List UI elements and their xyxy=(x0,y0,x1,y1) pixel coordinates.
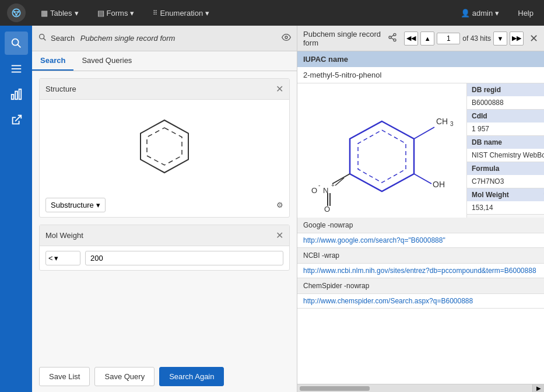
save-list-button[interactable]: Save List xyxy=(39,367,90,386)
forms-menu[interactable]: ▤ Forms ▾ xyxy=(94,6,138,20)
structure-controls: Substructure ▾ ⚙ xyxy=(40,193,289,217)
svg-point-23 xyxy=(394,39,396,41)
substructure-dropdown[interactable]: Substructure ▾ xyxy=(45,198,106,212)
sidebar-icons xyxy=(0,26,32,392)
scrollbar-right-btn[interactable]: ▶ xyxy=(532,384,544,392)
nav-first-button[interactable]: ◀◀ xyxy=(404,32,418,46)
structure-drawing[interactable] xyxy=(40,100,289,193)
nav-last-button[interactable]: ▶▶ xyxy=(510,32,524,46)
svg-point-22 xyxy=(389,36,391,38)
structure-card: Structure ✕ Substructure xyxy=(39,78,290,218)
svg-line-25 xyxy=(391,35,394,37)
svg-marker-27 xyxy=(358,130,406,183)
svg-text:-: - xyxy=(318,182,320,188)
save-query-button[interactable]: Save Query xyxy=(94,367,155,386)
sidebar-chart-btn[interactable] xyxy=(5,83,28,106)
svg-text:O: O xyxy=(324,205,330,212)
help-menu[interactable]: Help xyxy=(514,6,537,20)
prop-row-cdid: CdId 1 957 xyxy=(467,110,544,136)
svg-marker-26 xyxy=(350,121,414,191)
svg-marker-20 xyxy=(147,128,182,165)
google-link-section: Google -nowrap http://www.google.com/sea… xyxy=(297,218,544,248)
prop-value-cdid: 1 957 xyxy=(467,123,544,135)
iupac-value: 2-methyl-5-nitro-phenol xyxy=(297,67,544,83)
share-icon[interactable] xyxy=(388,33,397,44)
iupac-value-text: 2-methyl-5-nitro-phenol xyxy=(303,71,381,79)
google-link-url[interactable]: http://www.google.com/search?q="B6000888… xyxy=(297,233,544,247)
structure-gear-icon[interactable]: ⚙ xyxy=(276,201,283,209)
svg-point-21 xyxy=(394,33,396,36)
mol-weight-row: < ▾ xyxy=(40,246,289,270)
sidebar-list-btn[interactable] xyxy=(5,57,28,80)
enumeration-label: Enumeration xyxy=(160,9,203,18)
structure-card-title: Structure xyxy=(45,85,76,93)
structure-card-close[interactable]: ✕ xyxy=(276,83,283,94)
page-number-input[interactable] xyxy=(437,33,460,44)
eye-icon[interactable] xyxy=(282,33,291,44)
chemspider-link-url[interactable]: http://www.chemspider.com/Search.aspx?q=… xyxy=(297,294,544,308)
prop-label-dbname: DB name xyxy=(467,136,544,149)
prop-row-dbregid: DB regid B6000888 xyxy=(467,83,544,110)
nav-next-button[interactable]: ▼ xyxy=(493,32,507,46)
top-nav: ▦ Tables ▾ ▤ Forms ▾ ⠿ Enumeration ▾ 👤 a… xyxy=(0,0,544,26)
svg-line-24 xyxy=(391,38,394,40)
google-link-header: Google -nowrap xyxy=(297,218,544,233)
tab-search[interactable]: Search xyxy=(32,51,73,71)
mol-weight-card-close[interactable]: ✕ xyxy=(276,230,283,241)
mol-weight-input[interactable] xyxy=(85,251,283,265)
prop-row-molweight: Mol Weight 🔍 153,14 xyxy=(467,188,544,215)
svg-line-31 xyxy=(414,174,431,184)
ncbi-link-section: NCBI -wrap http://www.ncbi.nlm.nih.gov/s… xyxy=(297,248,544,278)
chemspider-link-header: ChemSpider -nowrap xyxy=(297,278,544,294)
svg-rect-12 xyxy=(11,94,13,99)
search-panel-header: Search Pubchem single record form xyxy=(32,26,297,51)
enumeration-menu[interactable]: ⠿ Enumeration ▾ xyxy=(149,6,213,20)
record-header: Pubchem single record form ◀◀ ▲ of 43 hi… xyxy=(297,26,544,51)
svg-point-16 xyxy=(40,34,44,39)
record-title: Pubchem single record form xyxy=(303,30,384,47)
search-again-button[interactable]: Search Again xyxy=(159,367,224,386)
operator-arrow-icon: ▾ xyxy=(54,254,58,262)
tables-icon: ▦ xyxy=(41,9,48,18)
admin-menu[interactable]: 👤 admin ▾ xyxy=(457,6,503,20)
mol-weight-operator[interactable]: < ▾ xyxy=(45,251,80,265)
chemspider-link-section: ChemSpider -nowrap http://www.chemspider… xyxy=(297,278,544,309)
mol-weight-card: Mol Weight ✕ < ▾ xyxy=(39,225,290,271)
app-logo xyxy=(7,4,26,22)
nav-prev-button[interactable]: ▲ xyxy=(420,32,434,46)
record-nav-buttons: ◀◀ ▲ of 43 hits ▼ ▶▶ xyxy=(404,32,524,46)
mol-weight-card-title: Mol Weight xyxy=(45,231,83,240)
prop-value-formula: C7H7NO3 xyxy=(467,175,544,188)
record-panel: Pubchem single record form ◀◀ ▲ of 43 hi… xyxy=(297,26,544,392)
ncbi-link-header: NCBI -wrap xyxy=(297,248,544,264)
admin-arrow-icon: ▾ xyxy=(495,9,499,18)
svg-line-8 xyxy=(17,44,20,47)
search-tabs: Search Saved Queries xyxy=(32,51,297,71)
iupac-header: IUPAC name xyxy=(297,51,544,67)
record-close-button[interactable]: ✕ xyxy=(529,32,538,45)
prop-label-cdid: CdId xyxy=(467,110,544,123)
tables-menu[interactable]: ▦ Tables ▾ xyxy=(37,6,82,20)
prop-row-formula: Formula C7H7NO3 xyxy=(467,162,544,188)
sidebar-search-btn[interactable] xyxy=(5,32,28,55)
svg-rect-14 xyxy=(19,89,21,99)
sidebar-export-btn[interactable] xyxy=(5,108,28,132)
tab-saved-queries[interactable]: Saved Queries xyxy=(73,51,140,71)
svg-line-15 xyxy=(15,116,21,121)
svg-point-7 xyxy=(12,39,18,46)
tables-arrow-icon: ▾ xyxy=(75,9,79,18)
prop-value-dbregid: B6000888 xyxy=(467,96,544,109)
tables-label: Tables xyxy=(50,9,72,18)
record-scrollbar[interactable]: ▶ xyxy=(297,384,544,392)
main-area: Search Pubchem single record form Search… xyxy=(0,26,544,392)
admin-icon: 👤 xyxy=(461,9,470,18)
help-label: Help xyxy=(518,9,534,18)
svg-point-18 xyxy=(285,36,287,38)
svg-line-33 xyxy=(332,174,350,184)
prop-label-dbregid: DB regid xyxy=(467,83,544,96)
ncbi-link-url[interactable]: http://www.ncbi.nlm.nih.gov/sites/entrez… xyxy=(297,264,544,278)
mol-section: CH 3 OH O - N + xyxy=(297,83,544,218)
svg-line-5 xyxy=(15,12,16,15)
forms-label: Forms xyxy=(107,9,128,18)
forms-arrow-icon: ▾ xyxy=(130,9,134,18)
